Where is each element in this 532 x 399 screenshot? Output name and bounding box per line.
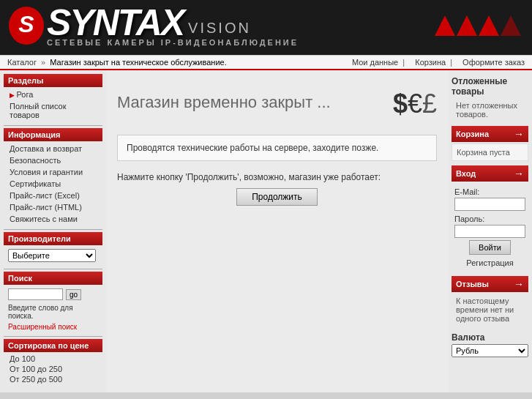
- currency-title: Валюта: [452, 330, 528, 344]
- price-item-0[interactable]: До 100: [4, 354, 102, 364]
- main-layout: Разделы Рога Полный список товаров Инфор…: [0, 70, 532, 392]
- search-input[interactable]: [8, 288, 63, 300]
- login-button[interactable]: Войти: [469, 240, 511, 255]
- sidebar-item-contact[interactable]: Свяжитесь с нами: [4, 213, 102, 225]
- continue-button[interactable]: Продолжить: [236, 188, 318, 206]
- search-hint: Введите слово для поиска.: [4, 302, 102, 321]
- login-section: Вход → E-Mail: Пароль: Войти Регистрация: [452, 165, 528, 272]
- price-sort-title: Сортировка по цене: [4, 339, 102, 352]
- cart-section: Корзина → Корзина пуста: [452, 126, 528, 161]
- main-content: Магазин временно закрыт ... $€£ Проводят…: [106, 70, 448, 392]
- cart-title: Корзина: [456, 130, 489, 138]
- price-item-1[interactable]: От 100 до 250: [4, 364, 102, 374]
- sidebar-item-pricelist-excel[interactable]: Прайс-лист (Excel): [4, 190, 102, 201]
- advanced-search-link[interactable]: Расширенный поиск: [8, 323, 77, 331]
- register-link[interactable]: Регистрация: [466, 258, 513, 267]
- header-subtitle: СЕТЕВЫЕ КАМЕРЫ IP-ВИДЕОНАБЛЮДЕНИЕ: [47, 38, 299, 47]
- cart-content: Корзина пуста: [452, 143, 528, 161]
- register-link-container: Регистрация: [454, 257, 525, 269]
- deferred-section: Отложенные товары Нет отложенных товаров…: [452, 74, 528, 122]
- login-arrow-icon[interactable]: →: [514, 168, 524, 179]
- svg-text:S: S: [18, 11, 34, 37]
- checkout-link[interactable]: Оформите заказ: [462, 58, 525, 67]
- currency-select[interactable]: Рубль USD EUR: [452, 344, 528, 357]
- login-title-bar: Вход →: [452, 165, 528, 182]
- search-title: Поиск: [4, 272, 102, 285]
- deferred-title: Отложенные товары: [452, 74, 528, 98]
- left-sidebar: Разделы Рога Полный список товаров Инфор…: [0, 70, 106, 392]
- sections-section: Разделы Рога Полный список товаров: [4, 74, 102, 121]
- cart-title-bar: Корзина →: [452, 126, 528, 142]
- login-title: Вход: [456, 169, 476, 178]
- email-label: E-Mail:: [454, 186, 525, 198]
- reviews-title-bar: Отзывы →: [452, 276, 528, 292]
- info-section: Информация Доставка и возврат Безопаснос…: [4, 128, 102, 225]
- search-button[interactable]: go: [66, 289, 81, 300]
- price-sort-section: Сортировка по цене До 100 От 100 до 250 …: [4, 339, 102, 384]
- search-form: go: [4, 286, 102, 302]
- currency-icon: $€£: [393, 85, 437, 120]
- password-input[interactable]: [454, 225, 525, 238]
- manufacturers-select[interactable]: Выберите: [8, 249, 96, 262]
- store-closed-title: Магазин временно закрыт ...: [117, 93, 378, 112]
- store-closed-header: Магазин временно закрыт ... $€£: [117, 78, 437, 127]
- sidebar-item-certificates[interactable]: Сертификаты: [4, 178, 102, 190]
- continue-button-container: Продолжить: [117, 188, 437, 206]
- advanced-search-link-container: Расширенный поиск: [4, 321, 102, 332]
- price-item-2[interactable]: От 250 до 500: [4, 374, 102, 384]
- catalog-link[interactable]: Каталог: [7, 58, 37, 67]
- header: S SYNTAX VISION СЕТЕВЫЕ КАМЕРЫ IP-ВИДЕОН…: [0, 0, 532, 55]
- logo-syntax: SYNTAX: [47, 4, 184, 41]
- my-data-link[interactable]: Мои данные: [352, 58, 398, 67]
- email-input[interactable]: [454, 198, 525, 211]
- reviews-section: Отзывы → К настоящему времени нет ни одн…: [452, 276, 528, 326]
- no-deferred-text: Нет отложенных товаров.: [452, 98, 528, 122]
- sidebar-item-delivery[interactable]: Доставка и возврат: [4, 143, 102, 154]
- logo-icon: S: [7, 4, 45, 47]
- navbar: Каталог » Магазин закрыт на техническое …: [0, 55, 532, 70]
- sidebar-item-pricelist-html[interactable]: Прайс-лист (HTML): [4, 201, 102, 213]
- currency-section: Валюта Рубль USD EUR: [452, 330, 528, 357]
- logo-vision: VISION: [188, 20, 251, 35]
- info-title: Информация: [4, 128, 102, 141]
- sidebar-item-full-list[interactable]: Полный список товаров: [4, 100, 102, 121]
- nav-actions: Мои данные | Корзина | Оформите заказ: [346, 58, 525, 67]
- current-page-label: Магазин закрыт на техническое обслуживан…: [50, 58, 226, 67]
- cart-arrow-icon[interactable]: →: [514, 128, 524, 140]
- reviews-arrow-icon[interactable]: →: [514, 278, 524, 290]
- manufacturers-title: Производители: [4, 232, 102, 245]
- login-form: E-Mail: Пароль: Войти Регистрация: [452, 183, 528, 272]
- breadcrumb: Каталог » Магазин закрыт на техническое …: [7, 58, 227, 67]
- sidebar-item-conditions[interactable]: Условия и гарантии: [4, 166, 102, 178]
- reviews-title: Отзывы: [456, 280, 489, 288]
- sections-title: Разделы: [4, 74, 102, 87]
- right-sidebar: Отложенные товары Нет отложенных товаров…: [448, 70, 532, 392]
- store-continue-text: Нажмите кнопку 'Продолжить', возможно, м…: [117, 172, 437, 182]
- manufacturers-section: Производители Выберите: [4, 232, 102, 264]
- password-label: Пароль:: [454, 213, 525, 225]
- store-message-box: Проводятся технические работы на сервере…: [117, 135, 437, 161]
- no-reviews-text: К настоящему времени нет ни одного отзыв…: [452, 294, 528, 326]
- search-section: Поиск go Введите слово для поиска. Расши…: [4, 272, 102, 332]
- cart-link[interactable]: Корзина: [415, 58, 446, 67]
- sidebar-item-roga[interactable]: Рога: [4, 89, 102, 100]
- sidebar-item-security[interactable]: Безопасность: [4, 154, 102, 166]
